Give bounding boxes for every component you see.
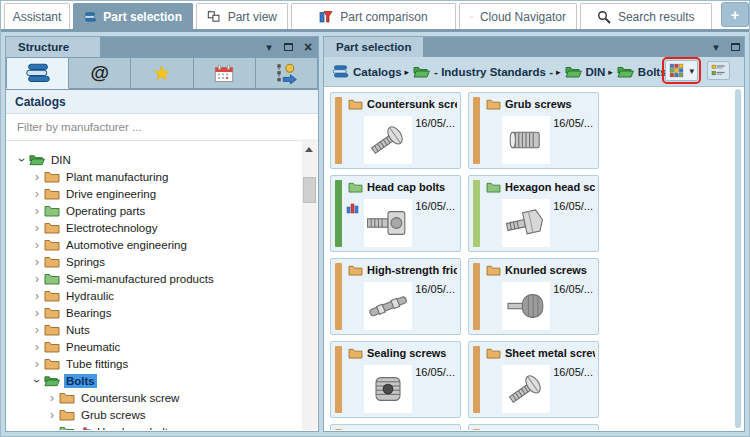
toolbar-tab-history[interactable] <box>194 57 256 89</box>
part-tile[interactable]: Stud bolts 16/05/... <box>468 424 599 430</box>
tab-label: Assistant <box>13 10 62 24</box>
tree-item[interactable]: Springs <box>7 253 302 270</box>
tree-item[interactable]: Electrotechnology <box>7 219 302 236</box>
tree-item[interactable]: Bolts <box>7 372 302 389</box>
close-button[interactable]: × <box>302 41 314 53</box>
folder-icon <box>44 374 60 387</box>
part-tile[interactable]: High-strength fric 16/05/... <box>330 258 461 335</box>
tree-item[interactable]: Countersunk screw <box>7 389 302 406</box>
list-view-icon <box>711 64 726 77</box>
part-date: 16/05/... <box>415 366 455 378</box>
list-view-button[interactable] <box>707 61 730 80</box>
tab-label: Part selection <box>103 10 182 24</box>
folder-icon <box>44 272 60 285</box>
tree-expander-icon[interactable] <box>30 170 44 184</box>
maximize-button[interactable] <box>284 43 293 51</box>
tree-expander-icon[interactable] <box>30 306 44 320</box>
tab-assistant[interactable]: Assistant <box>4 3 70 29</box>
tab-part-view[interactable]: Part view <box>196 3 288 29</box>
grid-view-button[interactable] <box>669 63 684 78</box>
tree-item-label: Operating parts <box>64 204 147 218</box>
breadcrumb-item[interactable]: DIN ▸ <box>565 65 613 78</box>
tree-expander-icon[interactable] <box>30 357 44 371</box>
tree-expander-icon[interactable] <box>15 153 29 167</box>
part-date: 16/05/... <box>415 283 455 295</box>
manufacturer-filter-input[interactable] <box>15 120 300 134</box>
part-tile[interactable]: Head cap bolts 16/05/... <box>330 175 461 252</box>
tree-expander-icon[interactable] <box>30 221 44 235</box>
tree-expander-icon[interactable] <box>30 204 44 218</box>
tree-item[interactable]: Head cap bolts <box>7 423 302 430</box>
tree-item[interactable]: Bearings <box>7 304 302 321</box>
parts-scrollbar[interactable] <box>735 89 741 428</box>
part-tile-title: High-strength fric <box>367 264 457 276</box>
tab-search-results[interactable]: Search results <box>580 3 712 29</box>
category-color-bar <box>473 429 480 430</box>
tab-cloud-navigator[interactable]: Cloud Navigator <box>459 3 577 29</box>
tree-item[interactable]: Grub screws <box>7 406 302 423</box>
tree-item[interactable]: Tube fittings <box>7 355 302 372</box>
tree-expander-icon[interactable] <box>30 340 44 354</box>
parts-title-tab[interactable]: Part selection <box>324 37 423 57</box>
tree-scrollbar[interactable] <box>302 139 317 430</box>
folder-icon <box>44 306 60 319</box>
tree-expander-icon[interactable] <box>30 289 44 303</box>
part-tile[interactable]: Sheet metal screws 16/05/... <box>468 341 599 418</box>
comparison-icon <box>319 10 333 24</box>
part-date: 16/05/... <box>553 117 593 129</box>
tree-item[interactable]: Drive engineering <box>7 185 302 202</box>
tree-item-label: Nuts <box>64 323 92 337</box>
part-tile[interactable]: Sealing screws 16/05/... <box>330 341 461 418</box>
tree-expander-icon[interactable] <box>45 391 59 405</box>
breadcrumb-item[interactable]: - Industry Standards - ▸ <box>413 65 560 78</box>
scrollbar-thumb[interactable] <box>303 177 316 203</box>
part-tile[interactable]: Countersunk screws 16/05/... <box>330 92 461 169</box>
part-tile[interactable]: Hexagon head screws 16/05/... <box>468 175 599 252</box>
tree-item[interactable]: Plant manufacturing <box>7 168 302 185</box>
tree-item[interactable]: Nuts <box>7 321 302 338</box>
category-color-bar <box>473 180 480 247</box>
tree-item[interactable]: Pneumatic <box>7 338 302 355</box>
grid-view-dropdown[interactable]: ▾ <box>689 66 694 76</box>
toolbar-tab-manufacturers[interactable]: @ <box>69 57 131 89</box>
part-thumbnail <box>364 199 412 247</box>
category-color-bar <box>335 346 342 413</box>
tree-expander-icon[interactable] <box>30 323 44 337</box>
category-color-bar <box>335 97 342 164</box>
add-tab-button[interactable]: + <box>721 2 749 27</box>
tree-expander-icon[interactable] <box>30 187 44 201</box>
structure-titlebar: Structure ▾ × <box>6 37 318 57</box>
panel-menu-button[interactable]: ▾ <box>263 41 275 53</box>
breadcrumb-item[interactable]: Catalogs ▸ <box>332 65 409 78</box>
breadcrumb-separator-icon: ▸ <box>405 67 410 77</box>
tab-part-comparison[interactable]: Part comparison <box>291 3 456 29</box>
tree-item[interactable]: Automotive engineering <box>7 236 302 253</box>
folder-open-icon <box>617 65 634 78</box>
scroll-up-icon[interactable] <box>305 147 313 152</box>
folder-icon <box>348 98 363 110</box>
folder-icon <box>44 289 60 302</box>
tree-expander-icon[interactable] <box>45 408 59 422</box>
tree-item[interactable]: DIN <box>7 151 302 168</box>
tab-part-selection[interactable]: Part selection <box>73 3 193 29</box>
maximize-button[interactable] <box>731 43 740 51</box>
toolbar-tab-classification[interactable] <box>256 57 318 89</box>
grid-view-annotated-group: ▾ <box>665 60 698 81</box>
structure-title-tab[interactable]: Structure <box>6 37 100 57</box>
tree-item[interactable]: Semi-manufactured products <box>7 270 302 287</box>
toolbar-tab-favorites[interactable]: ★ <box>131 57 193 89</box>
tree-item[interactable]: Operating parts <box>7 202 302 219</box>
panel-menu-button[interactable]: ▾ <box>710 41 722 53</box>
toolbar-tab-catalogs[interactable] <box>6 57 69 89</box>
part-tile[interactable]: Grub screws 16/05/... <box>468 92 599 169</box>
tree-expander-icon[interactable] <box>30 255 44 269</box>
tree-expander-icon[interactable] <box>30 374 44 388</box>
tree-item[interactable]: Hydraulic <box>7 287 302 304</box>
part-tile[interactable]: Special bolts 16/05/... <box>330 424 461 430</box>
part-tile[interactable]: Knurled screws 16/05/... <box>468 258 599 335</box>
folder-icon <box>486 181 501 193</box>
tree-expander-icon[interactable] <box>30 238 44 252</box>
tree-expander-icon[interactable] <box>30 272 44 286</box>
screw-image <box>364 365 412 413</box>
tree-expander-icon[interactable] <box>45 425 59 431</box>
